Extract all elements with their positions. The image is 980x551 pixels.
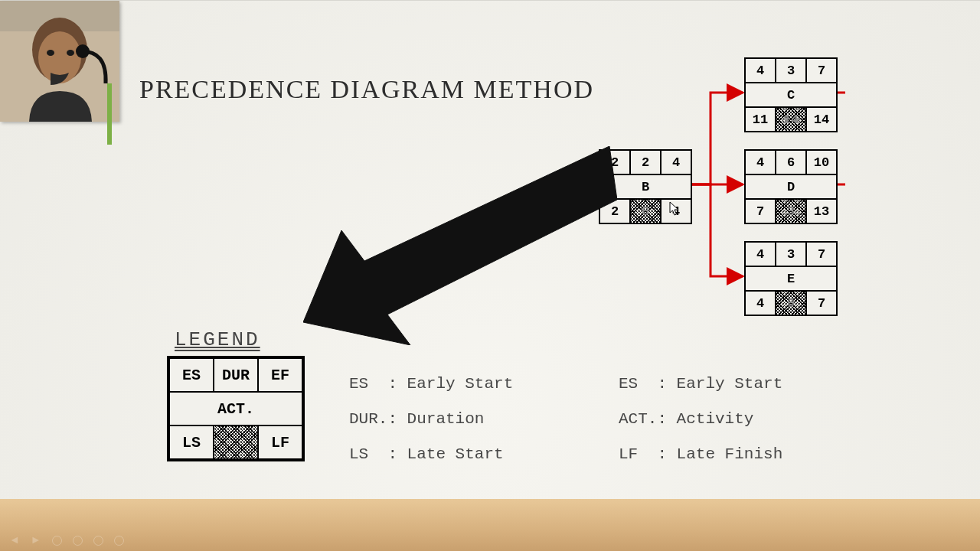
node-c-es: 4: [745, 58, 776, 83]
svg-point-5: [67, 50, 74, 56]
cursor-icon: [669, 201, 680, 217]
presenter-webcam: [0, 1, 119, 122]
node-d-dur: 6: [776, 150, 806, 174]
node-c-lf: 14: [806, 107, 837, 132]
node-b-ls: 2: [599, 199, 630, 223]
node-e-slack: 0: [776, 291, 806, 315]
slide-title: PRECEDENCE DIAGRAM METHOD: [139, 74, 594, 104]
callout-arrow-icon: [303, 146, 617, 345]
node-c-ef: 7: [806, 58, 837, 83]
video-frame: PRECEDENCE DIAGRAM METHOD 224 B 204: [0, 0, 980, 551]
svg-point-6: [76, 44, 90, 58]
legend-slack: [214, 425, 258, 460]
pen-tool-button[interactable]: [52, 536, 62, 546]
svg-marker-11: [303, 146, 617, 345]
prev-button[interactable]: ◄: [9, 535, 20, 546]
activity-node-c: 437 C 111414: [744, 57, 838, 132]
node-e-lf: 7: [806, 291, 837, 315]
node-d-es: 4: [745, 150, 776, 174]
node-c-dur: 3: [776, 58, 806, 83]
legend-ef: EF: [258, 357, 303, 392]
node-e-name: E: [745, 266, 837, 291]
next-button[interactable]: ►: [31, 535, 41, 546]
node-e-es: 4: [745, 242, 776, 266]
node-b-ef: 4: [661, 150, 691, 174]
node-d-slack: 3: [776, 199, 806, 223]
node-d-ls: 7: [745, 199, 776, 223]
legend-es: ES: [168, 357, 214, 392]
svg-point-4: [47, 50, 54, 56]
node-d-ef: 10: [806, 150, 837, 174]
node-b-dur: 2: [630, 150, 661, 174]
player-controls[interactable]: ◄ ►: [0, 530, 980, 551]
zoom-button[interactable]: [93, 536, 103, 546]
activity-node-e: 437 E 407: [744, 241, 838, 316]
view-button[interactable]: [73, 536, 83, 546]
node-b-name: B: [599, 174, 691, 199]
more-button[interactable]: [114, 536, 124, 546]
node-d-name: D: [745, 174, 837, 199]
node-b-es: 2: [599, 150, 630, 174]
legend-heading: LEGEND: [175, 328, 260, 351]
node-c-ls: 11: [745, 107, 776, 132]
slide-canvas: PRECEDENCE DIAGRAM METHOD 224 B 204: [0, 0, 980, 500]
node-c-name: C: [745, 83, 837, 107]
legend-act: ACT.: [168, 392, 303, 425]
definitions-column-1: ES : Early Start DUR.: Duration LS : Lat…: [349, 367, 513, 472]
legend-ls: LS: [168, 425, 214, 460]
legend-box: ESDUREF ACT. LSLF: [167, 356, 305, 461]
node-b-slack: 0: [630, 199, 661, 223]
title-accent-bar: [107, 83, 112, 145]
legend-lf: LF: [258, 425, 303, 460]
node-e-ef: 7: [806, 242, 837, 266]
legend-dur: DUR: [214, 357, 258, 392]
definitions-column-2: ES : Early Start ACT.: Activity LF : Lat…: [619, 367, 782, 472]
activity-node-d: 4610 D 7313: [744, 149, 838, 224]
node-d-lf: 13: [806, 199, 837, 223]
node-e-ls: 4: [745, 291, 776, 315]
node-c-slack: 14: [776, 107, 806, 132]
node-e-dur: 3: [776, 242, 806, 266]
